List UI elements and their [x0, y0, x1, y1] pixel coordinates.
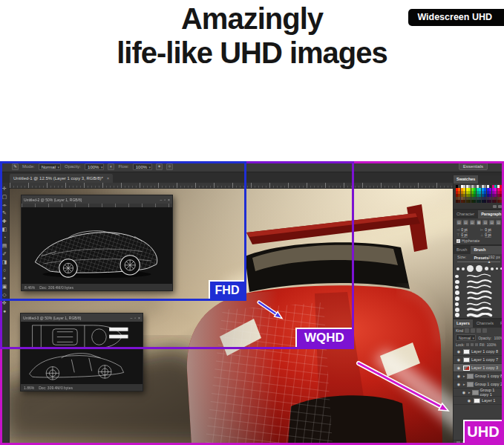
fill-value[interactable]: 100%	[487, 342, 497, 347]
brush-tip-icon[interactable]	[462, 267, 465, 270]
color-swatch[interactable]	[500, 197, 502, 200]
tool-icon[interactable]: ✚	[2, 218, 7, 224]
brush-preset-row[interactable]	[455, 313, 503, 319]
indent-value[interactable]: 0 pt	[485, 233, 491, 237]
color-swatch[interactable]	[500, 191, 502, 194]
tool-icon[interactable]: ✎	[2, 210, 7, 216]
indent-field[interactable]: ⊢0 pt	[480, 227, 501, 232]
brush-tip-icon[interactable]	[485, 267, 488, 270]
tool-icon[interactable]: ✐	[2, 251, 7, 257]
group-expand-icon[interactable]: ▸	[463, 382, 465, 386]
brush-preset-row[interactable]	[455, 273, 503, 279]
opacity-dropdown[interactable]: 100%	[85, 163, 104, 170]
document-tab[interactable]: Untitled-1 @ 12.5% (Layer 1 copy 3, RGB/…	[10, 174, 113, 183]
filter-shape-icon[interactable]	[482, 328, 487, 333]
new-swatch-icon[interactable]	[493, 205, 497, 208]
close-icon[interactable]: ×	[168, 198, 170, 202]
tool-icon[interactable]: ◨	[2, 259, 7, 265]
brush-tip-icon[interactable]	[491, 267, 494, 270]
brush-preset-row[interactable]	[455, 290, 503, 296]
layer-style-icon[interactable]	[462, 441, 466, 444]
visibility-eye-icon[interactable]: ◉	[456, 357, 462, 362]
visibility-eye-icon[interactable]: ◉	[461, 390, 467, 394]
brush-size-slider[interactable]: ▲	[457, 259, 500, 264]
brush-tip-icon[interactable]	[476, 265, 482, 272]
visibility-eye-icon[interactable]: ◉	[456, 366, 462, 370]
workspace-switcher-button[interactable]: Essentials	[459, 163, 488, 170]
window2-zoom-level[interactable]: 1.86%	[24, 386, 34, 390]
align-button[interactable]: ▤	[489, 220, 494, 225]
group-expand-icon[interactable]: ▸	[463, 374, 465, 378]
tool-icon[interactable]: ◧	[2, 227, 7, 233]
minimize-icon[interactable]: –	[160, 198, 163, 202]
visibility-eye-icon[interactable]: ◉	[456, 382, 462, 386]
tab-brush-presets[interactable]: Brush Presets	[471, 246, 504, 254]
blend-mode-dropdown[interactable]: Normal	[39, 163, 61, 170]
layer-row[interactable]: ◉Layer 1 copy 8	[454, 348, 504, 356]
brush-tool-icon[interactable]: ✎	[12, 163, 19, 170]
layer-row[interactable]: ◉Layer 1 copy 3	[454, 364, 504, 372]
layer-opacity-value[interactable]: 100%	[494, 336, 503, 340]
delete-swatch-icon[interactable]	[498, 205, 502, 208]
tab-paragraph[interactable]: Paragraph	[478, 210, 504, 218]
pressure-size-icon[interactable]: ✧	[166, 163, 173, 170]
color-swatch[interactable]	[500, 200, 502, 203]
brush-preset-row[interactable]	[455, 285, 503, 290]
indent-field[interactable]: ⊣0 pt	[456, 227, 477, 232]
align-button[interactable]: ▤	[463, 220, 468, 225]
visibility-eye-icon[interactable]: ◉	[466, 398, 472, 403]
tool-icon[interactable]: ✛	[2, 186, 7, 192]
tab-swatches[interactable]: Swatches	[454, 175, 478, 183]
window1-zoom-level[interactable]: 8.46%	[24, 285, 35, 290]
color-swatch[interactable]	[500, 188, 502, 191]
hyphenate-checkbox[interactable]: ✓	[456, 239, 460, 243]
tab-brush[interactable]: Brush	[454, 246, 470, 254]
brush-tip-icon[interactable]	[500, 267, 503, 270]
align-button[interactable]: ▦	[477, 220, 482, 225]
tool-icon[interactable]: ◔	[3, 235, 6, 241]
filter-type-icon[interactable]	[477, 328, 481, 333]
filter-adjustment-icon[interactable]	[471, 328, 475, 333]
tool-icon[interactable]: ⌯	[2, 202, 7, 208]
layer-mask-icon[interactable]	[468, 441, 472, 444]
close-tab-icon[interactable]: ×	[107, 174, 110, 183]
filter-pixel-icon[interactable]	[465, 328, 469, 333]
tool-icon[interactable]: ●	[3, 308, 6, 314]
maximize-icon[interactable]: ▫	[134, 316, 136, 320]
tool-icon[interactable]: ◇	[2, 292, 6, 298]
tool-icon[interactable]: ▤	[2, 243, 7, 249]
close-icon[interactable]: ×	[138, 316, 140, 320]
airbrush-icon[interactable]: ✦	[156, 163, 163, 170]
minimize-icon[interactable]: –	[131, 316, 133, 320]
filter-kind-dropdown[interactable]: Kind	[456, 328, 463, 333]
color-swatch[interactable]	[500, 185, 502, 188]
brush-tip-icon[interactable]	[467, 265, 474, 272]
indent-field[interactable]: ⊤0 pt	[456, 233, 477, 237]
lock-pixels-icon[interactable]	[471, 343, 474, 346]
new-layer-icon[interactable]	[474, 441, 478, 444]
lock-transparent-icon[interactable]	[466, 343, 469, 346]
tab-channels[interactable]: Channels	[474, 319, 497, 328]
indent-value[interactable]: 0 pt	[461, 227, 467, 232]
tool-icon[interactable]: ○	[3, 267, 6, 273]
indent-field[interactable]: ⊥0 pt	[480, 233, 501, 237]
flow-dropdown[interactable]: 100%	[133, 163, 152, 170]
tab-character[interactable]: Character	[454, 210, 477, 218]
visibility-eye-icon[interactable]: ◉	[456, 349, 462, 354]
align-button[interactable]: ▤	[470, 220, 475, 225]
maximize-icon[interactable]: ▫	[164, 198, 166, 202]
brush-tip-icon[interactable]	[456, 267, 459, 270]
floating-window-wireframe[interactable]: Untitled-2 @ 50% (Layer 1, RGB/8) – ▫ ×	[21, 195, 173, 291]
tool-icon[interactable]: ✦	[2, 276, 7, 282]
pressure-opacity-icon[interactable]: ◐	[108, 163, 114, 170]
group-expand-icon[interactable]: ▸	[468, 390, 471, 394]
indent-value[interactable]: 0 pt	[461, 233, 467, 237]
tab-paths[interactable]: Paths	[497, 319, 504, 328]
link-layers-icon[interactable]	[456, 441, 460, 444]
layer-row[interactable]: ◉▸Group 1 copy 1	[454, 389, 504, 397]
lock-position-icon[interactable]	[475, 343, 478, 346]
layer-row[interactable]: ◉Layer 1 copy 7	[454, 356, 504, 364]
brush-preset-row[interactable]	[455, 307, 503, 313]
align-button[interactable]: ▤	[456, 220, 462, 225]
color-swatch[interactable]	[500, 194, 502, 197]
